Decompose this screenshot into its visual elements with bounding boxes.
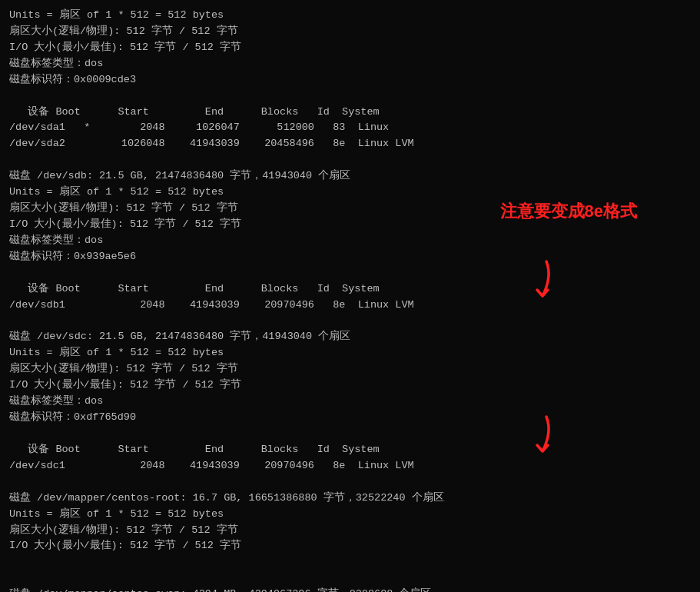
terminal-line-2: I/O 大小(最小/最佳): 512 字节 / 512 字节 [9,40,691,56]
terminal-line-26 [9,426,691,442]
terminal-line-36: 磁盘 /dev/mapper/centos-swap: 4294 MB, 429… [9,587,691,592]
terminal-line-34 [9,554,691,570]
terminal-line-18: /dev/sdb1 2048 41943039 20970496 8e Linu… [9,298,691,314]
arrow-icon-1 [508,258,554,300]
terminal-line-0: Units = 扇区 of 1 * 512 = 512 bytes [9,8,691,24]
terminal-content: Units = 扇区 of 1 * 512 = 512 bytes扇区大小(逻辑… [9,8,691,592]
terminal-line-10: 磁盘 /dev/sdb: 21.5 GB, 21474836480 字节，419… [9,168,691,185]
terminal-line-15: 磁盘标识符：0x939ae5e6 [9,249,691,265]
terminal-line-3: 磁盘标签类型：dos [9,56,691,72]
terminal-line-21: Units = 扇区 of 1 * 512 = 512 bytes [9,345,691,361]
terminal-line-7: /dev/sda1 * 2048 1026047 512000 83 Linux [9,120,691,136]
terminal: Units = 扇区 of 1 * 512 = 512 bytes扇区大小(逻辑… [9,8,691,592]
terminal-line-28: /dev/sdc1 2048 41943039 20970496 8e Linu… [9,458,691,474]
terminal-line-19 [9,314,691,330]
terminal-line-6: 设备 Boot Start End Blocks Id System [9,105,691,121]
arrow-icon-2 [508,413,554,455]
terminal-line-32: 扇区大小(逻辑/物理): 512 字节 / 512 字节 [9,523,691,539]
terminal-line-4: 磁盘标识符：0x0009cde3 [9,72,691,88]
terminal-line-14: 磁盘标签类型：dos [9,233,691,249]
terminal-line-5 [9,88,691,105]
terminal-line-25: 磁盘标识符：0xdf765d90 [9,410,691,426]
annotation-text: 注意要变成8e格式 [500,198,637,224]
terminal-line-9 [9,152,691,168]
terminal-line-27: 设备 Boot Start End Blocks Id System [9,442,691,458]
terminal-line-23: I/O 大小(最小/最佳): 512 字节 / 512 字节 [9,377,691,394]
terminal-line-33: I/O 大小(最小/最佳): 512 字节 / 512 字节 [9,538,691,554]
terminal-line-22: 扇区大小(逻辑/物理): 512 字节 / 512 字节 [9,361,691,377]
terminal-line-24: 磁盘标签类型：dos [9,394,691,410]
terminal-line-30: 磁盘 /dev/mapper/centos-root: 16.7 GB, 166… [9,491,691,507]
terminal-line-16 [9,265,691,281]
terminal-line-35 [9,570,691,587]
terminal-line-8: /dev/sda2 1026048 41943039 20458496 8e L… [9,136,691,152]
terminal-line-17: 设备 Boot Start End Blocks Id System [9,281,691,298]
terminal-line-29 [9,474,691,491]
terminal-line-31: Units = 扇区 of 1 * 512 = 512 bytes [9,507,691,523]
terminal-line-20: 磁盘 /dev/sdc: 21.5 GB, 21474836480 字节，419… [9,329,691,345]
terminal-line-1: 扇区大小(逻辑/物理): 512 字节 / 512 字节 [9,24,691,40]
